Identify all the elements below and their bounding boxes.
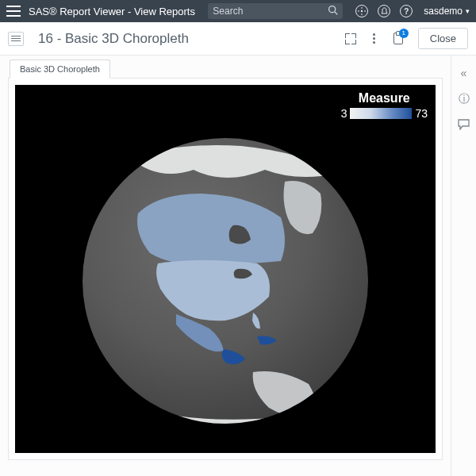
legend: Measure 3 73 <box>341 91 428 120</box>
report-title: 16 - Basic 3D Choropleth <box>38 31 189 47</box>
right-sidebar: « ⓘ <box>451 56 476 476</box>
tab-strip: Basic 3D Choropleth <box>0 56 451 78</box>
search-icon[interactable] <box>328 5 338 17</box>
comment-icon[interactable] <box>458 119 470 132</box>
badge-count: 1 <box>399 29 409 38</box>
collapse-sidebar-icon[interactable]: « <box>461 67 467 79</box>
svg-point-0 <box>329 6 336 13</box>
globe[interactable] <box>83 138 368 424</box>
svg-line-1 <box>335 12 337 14</box>
legend-gradient <box>350 108 412 119</box>
legend-min: 3 <box>341 107 347 120</box>
apps-icon[interactable] <box>355 5 368 17</box>
legend-max: 73 <box>415 107 428 120</box>
caret-down-icon: ▾ <box>466 7 470 15</box>
notifications-icon[interactable] <box>378 5 390 17</box>
report-toolbar: 16 - Basic 3D Choropleth 1 Close <box>0 22 476 56</box>
more-options-icon[interactable] <box>367 32 382 46</box>
report-list-icon[interactable] <box>8 32 24 46</box>
report-body: Basic 3D Choropleth Measure 3 73 <box>0 56 476 476</box>
fullscreen-icon[interactable] <box>344 32 358 46</box>
main-area: Basic 3D Choropleth Measure 3 73 <box>0 56 451 476</box>
user-name: sasdemo <box>424 6 463 17</box>
globe-svg <box>83 138 368 424</box>
svg-point-3 <box>361 10 363 12</box>
search-input[interactable] <box>213 6 324 17</box>
help-icon[interactable]: ? <box>400 5 413 17</box>
search-box[interactable] <box>208 3 343 19</box>
close-button[interactable]: Close <box>418 28 468 49</box>
choropleth-3d-viz[interactable]: Measure 3 73 <box>15 85 436 453</box>
legend-title: Measure <box>341 91 428 106</box>
report-canvas: Measure 3 73 <box>8 78 443 460</box>
clipboard-icon[interactable]: 1 <box>391 32 405 46</box>
info-icon[interactable]: ⓘ <box>459 92 470 106</box>
user-menu[interactable]: sasdemo ▾ <box>424 6 470 17</box>
tab-basic-3d-choropleth[interactable]: Basic 3D Choropleth <box>10 60 110 79</box>
app-topbar: SAS® Report Viewer - View Reports ? sasd… <box>0 0 476 22</box>
app-title: SAS® Report Viewer - View Reports <box>29 6 195 17</box>
hamburger-menu-icon[interactable] <box>6 6 21 17</box>
